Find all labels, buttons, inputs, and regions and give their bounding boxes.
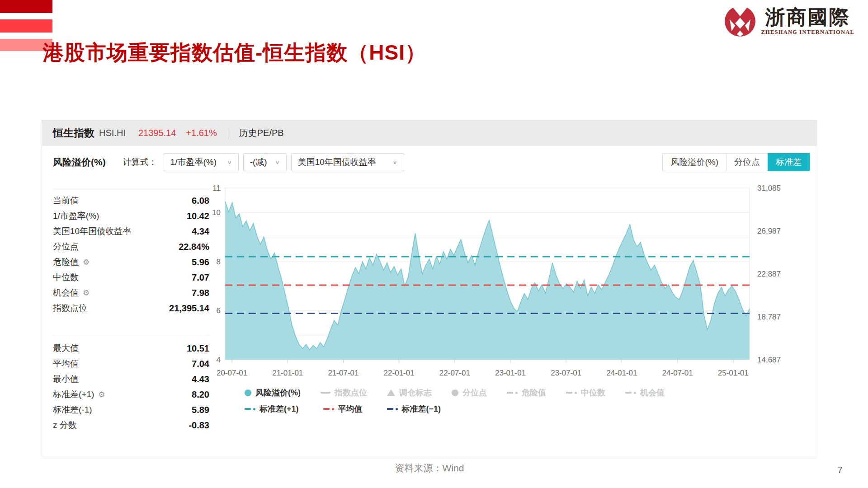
legend-marker-dashdot-icon [507,392,518,394]
stat-label: 机会值 [53,287,79,299]
stat-label: 美国10年国债收益率 [53,225,131,237]
stat-label: 中位数 [53,272,79,283]
axis-label: 21-07-01 [328,369,359,377]
stats-row: 分位点22.84% [53,239,209,254]
stats-row: 最大值10.51 [53,341,209,356]
legend-label: 调仓标志 [399,387,432,398]
axis-label: 31,085 [757,184,781,192]
axis-label: 18,787 [757,313,781,321]
legend-marker-dashdot-icon [625,392,636,394]
stat-label: 平均值 [53,358,79,370]
decorative-bar-red [0,19,52,33]
chevron-down-icon: ∨ [275,160,279,165]
gear-icon[interactable]: ⚙ [83,288,90,298]
header-divider [228,128,228,139]
legend-item[interactable]: 危险值 [507,387,546,398]
axis-label: 20-07-01 [217,369,247,377]
legend-label: 指数点位 [335,387,367,398]
legend-label: 风险溢价(%) [255,387,301,398]
axis-label: 14,687 [757,356,781,364]
axis-label: 24-01-01 [606,369,637,377]
controls-row: 风险溢价(%) 计算式： 1/市盈率(%) ∨ -(减) ∨ 美国10年国债收益… [53,153,810,172]
legend-item[interactable]: 标准差(−1) [387,404,441,414]
legend-marker-dashdot-icon [323,408,334,410]
index-price: 21395.14 [138,128,176,138]
index-change: +1.61% [186,128,217,138]
stat-label: 标准差(+1) [53,389,94,400]
legend-label: 平均值 [338,404,363,414]
axis-label: 11 [212,184,221,192]
legend-label: 标准差(+1) [259,404,299,414]
stat-value: 5.89 [192,405,209,415]
legend-marker-line-icon [321,392,330,394]
logo-text-cn: 浙商國際 [765,7,850,28]
legend-item[interactable]: 指数点位 [321,387,367,398]
gear-icon[interactable]: ⚙ [83,258,90,267]
axis-label: 6 [217,306,221,315]
legend-marker-dashdot-icon [566,392,577,394]
legend-label: 分位点 [462,387,487,398]
legend-item[interactable]: 机会值 [625,387,665,398]
legend-item[interactable]: 中位数 [566,387,605,398]
axis-label: 25-01-01 [718,369,749,377]
legend-marker-dot-icon [452,389,458,396]
axis-label: 22-01-01 [384,369,415,377]
legend-item[interactable]: 平均值 [323,404,363,414]
dropdown-operator[interactable]: -(减) ∨ [243,153,287,171]
formula-label: 计算式： [123,156,157,168]
stat-label: 当前值 [53,195,79,206]
gear-icon[interactable]: ⚙ [98,390,105,399]
axis-label: 24-07-01 [662,369,693,377]
chevron-down-icon: ∨ [227,160,231,165]
decorative-bar-dark [0,0,52,13]
view-button[interactable]: 风险溢价(%) [662,153,726,171]
logo-emblem-icon [724,5,756,37]
stats-row: 机会值⚙7.98 [53,285,209,300]
chevron-down-icon: ∨ [392,160,397,165]
stats-row: z 分数-0.83 [53,418,209,433]
axis-label: 4 [217,356,221,364]
stat-label: 危险值 [53,256,79,268]
stats-secondary: 最大值10.51平均值7.04最小值4.43标准差(+1)⚙8.20标准差(-1… [53,336,209,433]
legend-item[interactable]: 分位点 [452,387,487,398]
dropdown-benchmark-value: 美国10年国债收益率 [298,156,376,168]
view-switch: 风险溢价(%)分位点标准差 [663,153,810,171]
stats-row: 危险值⚙5.96 [53,254,209,270]
stats-row: 平均值7.04 [53,356,209,371]
view-button[interactable]: 分位点 [726,153,768,171]
valuation-widget: 恒生指数 HSI.HI 21395.14 +1.61% 历史PE/PB 风险溢价… [42,120,817,456]
company-logo: 浙商國際 ZHESHANG INTERNATIONAL [724,5,854,37]
axis-label: 10 [212,208,221,217]
slide: 浙商國際 ZHESHANG INTERNATIONAL 港股市场重要指数估值-恒… [0,0,868,488]
legend-item[interactable]: 标准差(+1) [245,404,299,414]
logo-text-en: ZHESHANG INTERNATIONAL [761,29,854,36]
stat-label: 最大值 [53,343,79,354]
stat-label: 分位点 [53,241,79,253]
dropdown-numerator[interactable]: 1/市盈率(%) ∨ [164,153,239,171]
legend-marker-dashdot-icon [245,408,255,410]
tab-history-pepb[interactable]: 历史PE/PB [239,127,284,139]
stat-label: 1/市盈率(%) [53,210,99,222]
stat-label: 指数点位 [53,302,87,314]
dropdown-operator-value: -(减) [250,156,267,168]
axis-label: 26,987 [757,227,781,235]
legend-label: 中位数 [581,387,605,398]
footer-source: 资料来源：Wind [0,462,859,474]
axis-label: 8 [217,258,221,266]
legend-label: 机会值 [640,387,665,398]
legend-marker-triangle-icon [387,389,395,396]
view-button[interactable]: 标准差 [768,153,810,171]
page-title: 港股市场重要指数估值-恒生指数（HSI） [43,39,426,67]
stats-row: 美国10年国债收益率4.34 [53,224,209,239]
stats-row: 中位数7.07 [53,270,209,285]
stat-label: 最小值 [53,373,79,385]
stats-row: 标准差(+1)⚙8.20 [53,387,209,402]
stats-row: 1/市盈率(%)10.42 [53,208,209,224]
axis-label: 21-01-01 [272,369,303,377]
axis-label: 22,887 [757,270,781,278]
dropdown-benchmark[interactable]: 美国10年国债收益率 ∨ [291,153,404,171]
risk-premium-chart: 468101131,08526,98722,88718,78714,68720-… [205,183,811,382]
legend-item[interactable]: 风险溢价(%) [245,387,301,398]
legend-item[interactable]: 调仓标志 [387,387,432,398]
legend-row-1: 风险溢价(%)指数点位调仓标志分位点危险值中位数机会值 [245,387,665,398]
